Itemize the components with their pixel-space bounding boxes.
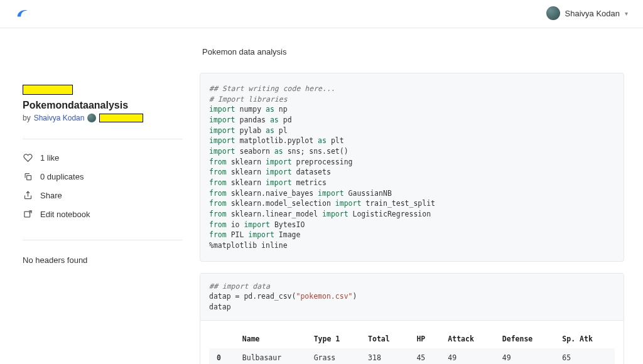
duplicate-icon <box>23 171 33 181</box>
code: sklearn <box>227 178 266 187</box>
col-hp: HP <box>409 329 440 348</box>
kw: import <box>266 168 292 176</box>
kw: import <box>248 230 274 239</box>
duplicates-row[interactable]: 0 duplicates <box>23 167 182 186</box>
kw: import <box>209 147 235 156</box>
cell-defense: 49 <box>495 348 555 364</box>
kw: import <box>335 199 362 208</box>
kw: import <box>209 136 235 145</box>
code: sklearn.linear_model <box>227 210 322 218</box>
kw: import <box>266 158 292 166</box>
code: train_test_split <box>361 199 435 208</box>
user-name: Shaivya Kodan <box>565 9 620 18</box>
chevron-down-icon: ▾ <box>625 10 628 17</box>
code-line: %matplotlib inline <box>209 241 288 250</box>
share-icon <box>23 190 33 200</box>
likes-label: 1 like <box>40 153 59 163</box>
heart-icon <box>23 153 33 163</box>
code: PIL <box>227 230 249 239</box>
code-cell-2-source: ## import data datap = pd.read_csv("poke… <box>200 274 624 321</box>
col-spatk: Sp. Atk <box>554 329 615 348</box>
code: seaborn <box>235 147 274 156</box>
redacted-inline <box>99 114 143 122</box>
logo-icon[interactable] <box>15 6 29 20</box>
user-menu[interactable]: Shaivya Kodan ▾ <box>546 6 628 20</box>
code: metrics <box>292 178 327 187</box>
kw: as <box>274 147 283 156</box>
table-head: Name Type 1 Total HP Attack Defense Sp. … <box>209 329 615 348</box>
cell-total: 318 <box>360 348 409 364</box>
kw: as <box>318 136 327 145</box>
kw: from <box>209 210 227 218</box>
code: ) <box>353 292 357 301</box>
kw: import <box>266 178 292 187</box>
page-title: Pokemon data analysis <box>202 47 624 56</box>
notebook-title: Pokemondataanalysis <box>23 100 182 111</box>
col-idx <box>209 329 235 348</box>
kw: from <box>209 189 227 198</box>
kw: import <box>322 210 349 218</box>
code: datap = pd.read_csv( <box>209 292 296 301</box>
author-link[interactable]: Shaivya Kodan <box>34 114 85 122</box>
edit-icon <box>23 209 33 219</box>
code: pylab <box>235 126 266 135</box>
code: pl <box>274 126 288 135</box>
kw: from <box>209 199 227 208</box>
kw: as <box>270 115 279 124</box>
kw: as <box>266 105 274 114</box>
code: numpy <box>235 105 266 114</box>
kw: import <box>209 115 235 124</box>
code: GaussianNB <box>344 189 392 198</box>
cell-hp: 45 <box>409 348 440 364</box>
divider <box>23 240 182 240</box>
code: BytesIO <box>270 220 305 229</box>
col-type1: Type 1 <box>306 329 360 348</box>
kw: from <box>209 168 227 176</box>
code: pandas <box>235 115 270 124</box>
author-avatar-icon <box>87 114 96 122</box>
share-row[interactable]: Share <box>23 186 182 205</box>
likes-row[interactable]: 1 like <box>23 148 182 167</box>
kw: from <box>209 230 227 239</box>
code: datasets <box>292 168 331 176</box>
code: pd <box>279 115 292 124</box>
code-cell-2: ## import data datap = pd.read_csv("poke… <box>200 273 624 364</box>
kw: as <box>266 126 274 135</box>
cell-idx: 0 <box>209 348 235 364</box>
svg-rect-2 <box>24 211 30 217</box>
code: sklearn.model_selection <box>227 199 335 208</box>
sidebar: Pokemondataanalysis by Shaivya Kodan 1 l… <box>0 28 200 364</box>
code-cell-1: ## Start writing code here... # Import l… <box>200 73 624 262</box>
kw: import <box>209 126 235 135</box>
main: Pokemondataanalysis by Shaivya Kodan 1 l… <box>0 28 643 364</box>
code: np <box>274 105 288 114</box>
kw: from <box>209 178 227 187</box>
byline: by Shaivya Kodan <box>23 114 182 122</box>
code: io <box>227 220 244 229</box>
col-total: Total <box>360 329 409 348</box>
by-prefix: by <box>23 114 31 122</box>
code-line: # Import libraries <box>209 95 288 104</box>
code: plt <box>327 136 344 145</box>
cell-name: Bulbasaur <box>235 348 306 364</box>
svg-rect-0 <box>26 175 31 179</box>
code: sns; sns.set() <box>283 147 349 156</box>
code: preprocessing <box>292 158 353 166</box>
duplicates-label: 0 duplicates <box>40 172 84 181</box>
kw: import <box>209 105 235 114</box>
col-defense: Defense <box>495 329 555 348</box>
edit-row[interactable]: Edit notebook <box>23 205 182 223</box>
col-attack: Attack <box>440 329 494 348</box>
share-label: Share <box>40 191 62 200</box>
string: "pokemon.csv" <box>296 292 352 301</box>
code-line: ## import data <box>209 282 270 291</box>
kw: import <box>318 189 344 198</box>
kw: from <box>209 158 227 166</box>
code: matplotlib.pyplot <box>235 136 318 145</box>
divider <box>23 139 182 139</box>
code: LogisticRegression <box>349 210 431 218</box>
cell-type1: Grass <box>306 348 360 364</box>
kw: import <box>244 220 270 229</box>
cell-attack: 49 <box>440 348 494 364</box>
table-row: 0 Bulbasaur Grass 318 45 49 49 65 <box>209 348 615 364</box>
